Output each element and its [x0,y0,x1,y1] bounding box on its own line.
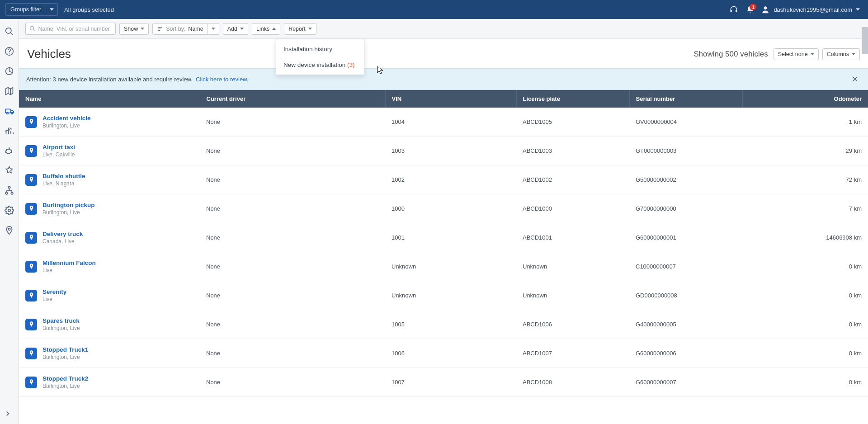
headset-icon[interactable] [726,1,742,18]
map-nav-icon[interactable] [3,84,16,98]
report-button[interactable]: Report [284,23,316,35]
vehicle-name[interactable]: Airport taxi [42,144,75,151]
scrollbar-track[interactable] [862,27,868,54]
cell-serial: G60000000007 [629,368,742,397]
location-nav-icon[interactable] [3,223,16,237]
table-row[interactable]: Spares truckBurlington, LiveNone1005ABCD… [19,310,868,339]
vehicle-sub: Live, Niagara [42,180,85,187]
engine-nav-icon[interactable] [3,144,16,157]
zones-nav-icon[interactable] [3,164,16,177]
settings-nav-icon[interactable] [3,203,16,217]
cell-odometer: 29 km [742,137,868,165]
cell-vin: 1003 [385,137,516,165]
sort-dir-button[interactable] [208,23,219,35]
vehicle-name[interactable]: Spares truck [42,317,80,324]
alert-close-icon[interactable] [849,73,861,85]
sort-button-group: Sort by: Name [152,23,219,35]
page-title: Vehicles [27,47,71,61]
svg-point-21 [31,265,32,266]
cell-vin: 1002 [385,165,516,194]
cell-serial: G70000000000 [629,194,742,223]
user-icon [761,5,770,14]
columns-button[interactable]: Columns [822,48,860,60]
table-row[interactable]: Stopped Truck2Burlington, LiveNone1007AB… [19,368,868,397]
notifications-icon[interactable]: 1 [742,1,758,18]
vehicle-sub: Burlington, Live [42,325,80,331]
vehicle-pin-icon [25,203,37,215]
attention-alert: Attention: 3 new device installation ava… [19,68,868,90]
vehicle-name[interactable]: Stopped Truck2 [42,375,88,382]
expand-nav-icon[interactable] [4,410,12,418]
col-plate[interactable]: License plate [516,90,629,108]
links-menu-installation-history[interactable]: Installation history [276,41,364,57]
cell-serial: GD0000000008 [629,281,742,310]
cell-driver: None [200,223,385,252]
cell-plate: Unknown [516,281,629,310]
vehicle-sub: Burlington, Live [42,209,95,216]
user-email: dashukevich1995@gmail.com [774,6,852,13]
vehicle-pin-icon [25,290,37,302]
productivity-nav-icon[interactable] [3,64,16,78]
links-menu-new-device-installation[interactable]: New device installation (3) [276,57,364,73]
search-nav-icon[interactable] [3,24,16,38]
svg-point-15 [30,26,34,30]
svg-point-13 [8,209,10,211]
hierarchy-nav-icon[interactable] [3,184,16,197]
vehicle-pin-icon [25,145,37,157]
cell-plate: ABCD1002 [516,165,629,194]
cell-plate: ABCD1005 [516,108,629,137]
vehicle-name[interactable]: Stopped Truck1 [42,346,88,353]
svg-point-25 [31,381,32,382]
col-odometer[interactable]: Odometer [742,90,868,108]
show-button[interactable]: Show [119,23,149,35]
cell-serial: G40000000005 [629,310,742,339]
cell-vin: Unknown [385,281,516,310]
table-row[interactable]: Buffalo shuttleLive, NiagaraNone1002ABCD… [19,165,868,194]
cell-driver: None [200,194,385,223]
vehicle-name[interactable]: Buffalo shuttle [42,173,85,179]
table-row[interactable]: Accident vehicleBurlington, LiveNone1004… [19,108,868,137]
vehicle-pin-icon [25,319,37,330]
select-none-button[interactable]: Select none [774,48,819,60]
chevron-down-icon [46,5,57,14]
cell-odometer: 7 km [742,194,868,223]
svg-rect-0 [731,10,732,12]
add-button[interactable]: Add [223,23,248,35]
cell-driver: None [200,165,385,194]
table-row[interactable]: Millennium FalconLiveNoneUnknownUnknownC… [19,252,868,281]
chevron-down-icon [811,53,814,55]
table-row[interactable]: Airport taxiLive, OakvilleNone1003ABCD10… [19,137,868,165]
vehicle-name[interactable]: Burlington pickup [42,202,95,208]
vehicle-pin-icon [25,348,37,359]
col-name[interactable]: Name [19,90,200,108]
col-driver[interactable]: Current driver [200,90,385,108]
col-vin[interactable]: VIN [385,90,516,108]
vehicle-name[interactable]: Millennium Falcon [42,259,96,266]
col-serial[interactable]: Serial number [629,90,742,108]
user-menu[interactable]: dashukevich1995@gmail.com [758,5,863,14]
table-row[interactable]: SerenityLiveNoneUnknownUnknownGD00000000… [19,281,868,310]
groups-filter-button[interactable]: Groups filter [5,3,58,16]
svg-point-24 [31,352,32,353]
table-row[interactable]: Burlington pickupBurlington, LiveNone100… [19,194,868,223]
search-box[interactable] [25,23,116,35]
vehicles-nav-icon[interactable] [3,104,16,118]
sort-by-button[interactable]: Sort by: Name [152,23,208,35]
vehicle-name[interactable]: Accident vehicle [42,115,91,122]
search-input[interactable] [38,26,112,32]
help-nav-icon[interactable] [3,44,16,58]
chevron-down-icon [240,28,244,30]
table-header-row: Name Current driver VIN License plate Se… [19,90,868,108]
links-button[interactable]: Links [252,23,280,35]
vehicle-name[interactable]: Delivery truck [42,231,83,237]
cell-serial: GT0000000003 [629,137,742,165]
table-row[interactable]: Stopped Truck1Burlington, LiveNone1006AB… [19,339,868,368]
alert-link[interactable]: Click here to review. [196,76,248,83]
vehicle-pin-icon [25,174,37,186]
cell-serial: GV0000000004 [629,108,742,137]
activity-nav-icon[interactable] [3,124,16,137]
sort-icon [157,26,163,32]
vehicle-name[interactable]: Serenity [42,288,66,295]
cell-driver: None [200,252,385,281]
table-row[interactable]: Delivery truckCanada, LiveNone1001ABCD10… [19,223,868,252]
